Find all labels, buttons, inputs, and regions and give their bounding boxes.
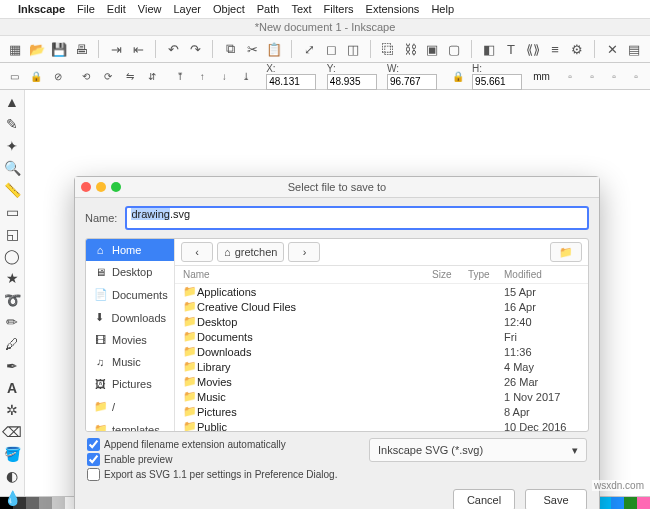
file-row[interactable]: 📁Library4 May <box>175 359 588 374</box>
x-input[interactable] <box>266 74 316 90</box>
affect-3-icon[interactable]: ▫ <box>606 67 622 85</box>
filetype-combo[interactable]: Inkscape SVG (*.svg)▾ <box>369 438 587 462</box>
menu-file[interactable]: File <box>77 3 95 15</box>
print-icon[interactable]: 🖶 <box>72 40 90 58</box>
undo-icon[interactable]: ↶ <box>164 40 182 58</box>
swatch[interactable] <box>52 497 65 509</box>
file-row[interactable]: 📁Public10 Dec 2016 <box>175 419 588 431</box>
selector-tool-icon[interactable]: ▲ <box>3 94 21 110</box>
spray-tool-icon[interactable]: ✲ <box>3 402 21 418</box>
affect-1-icon[interactable]: ▫ <box>562 67 578 85</box>
menu-object[interactable]: Object <box>213 3 245 15</box>
menu-layer[interactable]: Layer <box>173 3 201 15</box>
unit-label[interactable]: mm <box>533 71 550 82</box>
zoom-fit-icon[interactable]: ⤢ <box>300 40 318 58</box>
flip-h-icon[interactable]: ⇋ <box>122 67 138 85</box>
rotate-ccw-icon[interactable]: ⟲ <box>78 67 94 85</box>
file-row[interactable]: 📁DocumentsFri <box>175 329 588 344</box>
path-next-button[interactable]: › <box>288 242 320 262</box>
ungroup-icon[interactable]: ▢ <box>445 40 463 58</box>
menu-text[interactable]: Text <box>291 3 311 15</box>
redo-icon[interactable]: ↷ <box>186 40 204 58</box>
node-tool-icon[interactable]: ✎ <box>3 116 21 132</box>
open-icon[interactable]: 📂 <box>28 40 46 58</box>
zoom-drawing-icon[interactable]: ◫ <box>344 40 362 58</box>
zoom-tool-icon[interactable]: 🔍 <box>3 160 21 176</box>
export-icon[interactable]: ⇤ <box>129 40 147 58</box>
fill-tool-icon[interactable]: 🪣 <box>3 446 21 462</box>
file-list[interactable]: 📁Applications15 Apr📁Creative Cloud Files… <box>175 284 588 431</box>
app-name[interactable]: Inkscape <box>18 3 65 15</box>
prefs-icon[interactable]: ⚙ <box>568 40 586 58</box>
file-row[interactable]: 📁Movies26 Mar <box>175 374 588 389</box>
ellipse-tool-icon[interactable]: ◯ <box>3 248 21 264</box>
clone-icon[interactable]: ⿻ <box>379 40 397 58</box>
3dbox-tool-icon[interactable]: ◱ <box>3 226 21 242</box>
path-home-button[interactable]: ⌂ gretchen <box>217 242 284 262</box>
menu-extensions[interactable]: Extensions <box>366 3 420 15</box>
opt-append[interactable]: Append filename extension automatically <box>87 438 359 451</box>
snap-icon[interactable]: ✕ <box>603 40 621 58</box>
copy-icon[interactable]: ⧉ <box>221 40 239 58</box>
xml-icon[interactable]: ⟪⟫ <box>524 40 542 58</box>
opt-export-checkbox[interactable] <box>87 468 100 481</box>
file-row[interactable]: 📁Creative Cloud Files16 Apr <box>175 299 588 314</box>
paste-icon[interactable]: 📋 <box>265 40 283 58</box>
spiral-tool-icon[interactable]: ➰ <box>3 292 21 308</box>
dropper-tool-icon[interactable]: 💧 <box>3 490 21 506</box>
menu-help[interactable]: Help <box>431 3 454 15</box>
swatch[interactable] <box>26 497 39 509</box>
file-row[interactable]: 📁Music1 Nov 2017 <box>175 389 588 404</box>
opt-preview[interactable]: Enable preview <box>87 453 359 466</box>
fill-stroke-icon[interactable]: ◧ <box>480 40 498 58</box>
raise-icon[interactable]: ↑ <box>194 67 210 85</box>
pencil-tool-icon[interactable]: ✏ <box>3 314 21 330</box>
cancel-button[interactable]: Cancel <box>453 489 515 509</box>
place-pictures[interactable]: 🖼Pictures <box>86 373 174 395</box>
opt-export[interactable]: Export as SVG 1.1 per settings in Prefer… <box>87 468 359 481</box>
new-icon[interactable]: ▦ <box>6 40 24 58</box>
place-templates[interactable]: 📁templates <box>86 418 174 432</box>
lock-icon[interactable]: 🔒 <box>28 67 44 85</box>
minimize-icon[interactable] <box>96 182 106 192</box>
place-music[interactable]: ♫Music <box>86 351 174 373</box>
unlink-icon[interactable]: ⛓ <box>401 40 419 58</box>
new-folder-button[interactable]: 📁 <box>550 242 582 262</box>
place-downloads[interactable]: ⬇Downloads <box>86 306 174 329</box>
file-row[interactable]: 📁Downloads11:36 <box>175 344 588 359</box>
place-home[interactable]: ⌂Home <box>86 239 174 261</box>
zoom-page-icon[interactable]: ◻ <box>322 40 340 58</box>
text-dialog-icon[interactable]: T <box>502 40 520 58</box>
zoom-window-icon[interactable] <box>111 182 121 192</box>
flip-v-icon[interactable]: ⇵ <box>144 67 160 85</box>
opt-preview-checkbox[interactable] <box>87 453 100 466</box>
docprops-icon[interactable]: ▤ <box>625 40 643 58</box>
cut-icon[interactable]: ✂ <box>243 40 261 58</box>
y-input[interactable] <box>327 74 377 90</box>
place-root[interactable]: 📁/ <box>86 395 174 418</box>
place-desktop[interactable]: 🖥Desktop <box>86 261 174 283</box>
menu-edit[interactable]: Edit <box>107 3 126 15</box>
place-documents[interactable]: 📄Documents <box>86 283 174 306</box>
swatch[interactable] <box>624 497 637 509</box>
tweak-tool-icon[interactable]: ✦ <box>3 138 21 154</box>
file-row[interactable]: 📁Desktop12:40 <box>175 314 588 329</box>
lower-icon[interactable]: ↓ <box>216 67 232 85</box>
deselect-icon[interactable]: ⊘ <box>50 67 66 85</box>
measure-tool-icon[interactable]: 📏 <box>3 182 21 198</box>
affect-4-icon[interactable]: ▫ <box>628 67 644 85</box>
h-input[interactable] <box>472 74 522 90</box>
swatch[interactable] <box>39 497 52 509</box>
file-list-header[interactable]: Name Size Type Modified <box>175 266 588 284</box>
menu-view[interactable]: View <box>138 3 162 15</box>
bezier-tool-icon[interactable]: 🖊 <box>3 336 21 352</box>
affect-2-icon[interactable]: ▫ <box>584 67 600 85</box>
import-icon[interactable]: ⇥ <box>107 40 125 58</box>
file-row[interactable]: 📁Pictures8 Apr <box>175 404 588 419</box>
w-input[interactable] <box>387 74 437 90</box>
text-tool-icon[interactable]: A <box>3 380 21 396</box>
eraser-tool-icon[interactable]: ⌫ <box>3 424 21 440</box>
lower-bottom-icon[interactable]: ⤓ <box>238 67 254 85</box>
lock-ratio-icon[interactable]: 🔒 <box>450 67 466 85</box>
save-icon[interactable]: 💾 <box>50 40 68 58</box>
